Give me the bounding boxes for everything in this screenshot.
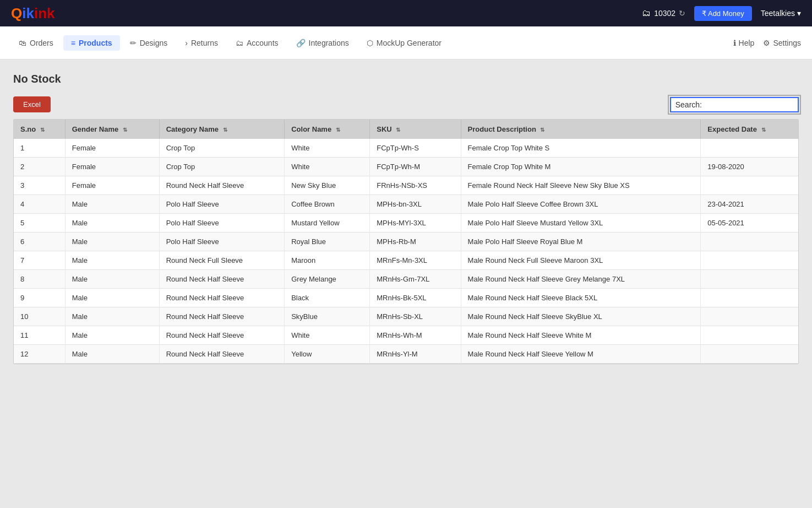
- nav-label-integrations: Integrations: [309, 39, 349, 47]
- cell-6: [701, 270, 798, 289]
- table-body: 1FemaleCrop TopWhiteFCpTp-Wh-SFemale Cro…: [14, 139, 798, 364]
- nav-label-settings: Settings: [773, 39, 801, 47]
- products-icon: ≡: [71, 39, 75, 47]
- cell-0: 1: [14, 139, 65, 158]
- cell-1: Male: [65, 307, 159, 326]
- nav-item-help[interactable]: ℹ Help: [733, 39, 755, 47]
- table-row: 7MaleRound Neck Full SleeveMaroonMRnFs-M…: [14, 251, 798, 270]
- nav-item-settings[interactable]: ⚙ Settings: [763, 39, 801, 47]
- page-title: No Stock: [13, 73, 799, 85]
- cell-6: [701, 326, 798, 345]
- sort-icon-desc: ⇅: [540, 127, 544, 133]
- cell-6: 05-05-2021: [701, 214, 798, 233]
- cell-2: Polo Half Sleeve: [159, 233, 285, 251]
- cell-5: Female Crop Top White M: [461, 158, 701, 176]
- nav-item-returns[interactable]: › Returns: [177, 35, 226, 51]
- cell-5: Male Polo Half Sleeve Mustard Yellow 3XL: [461, 214, 701, 233]
- nav-item-orders[interactable]: 🛍 Orders: [11, 35, 61, 51]
- integrations-icon: 🔗: [296, 39, 306, 47]
- search-input[interactable]: [705, 100, 793, 109]
- cell-1: Male: [65, 270, 159, 289]
- cell-3: Black: [285, 289, 370, 307]
- cell-4: MRnHs-Wh-M: [370, 326, 461, 345]
- table-row: 5MalePolo Half SleeveMustard YellowMPHs-…: [14, 214, 798, 233]
- cell-6: 23-04-2021: [701, 195, 798, 214]
- cell-4: FCpTp-Wh-S: [370, 139, 461, 158]
- cell-0: 11: [14, 326, 65, 345]
- nav-label-orders: Orders: [30, 39, 53, 47]
- cell-0: 8: [14, 270, 65, 289]
- cell-4: FRnHs-NSb-XS: [370, 176, 461, 195]
- logo-q: Q: [11, 5, 22, 21]
- nav-item-accounts[interactable]: 🗂 Accounts: [228, 35, 286, 51]
- table-row: 6MalePolo Half SleeveRoyal BlueMPHs-Rb-M…: [14, 233, 798, 251]
- cell-1: Male: [65, 326, 159, 345]
- table-row: 3FemaleRound Neck Half SleeveNew Sky Blu…: [14, 176, 798, 195]
- nav-right: ℹ Help ⚙ Settings: [733, 39, 801, 47]
- cell-4: MRnHs-Sb-XL: [370, 307, 461, 326]
- excel-button[interactable]: Excel: [13, 96, 51, 112]
- cell-2: Round Neck Half Sleeve: [159, 289, 285, 307]
- cell-4: MRnHs-Gm-7XL: [370, 270, 461, 289]
- cell-3: Maroon: [285, 251, 370, 270]
- cell-6: 19-08-2020: [701, 158, 798, 176]
- cell-5: Male Round Neck Half Sleeve Yellow M: [461, 345, 701, 364]
- nav-label-mockup: MockUp Generator: [377, 39, 442, 47]
- cell-0: 6: [14, 233, 65, 251]
- col-sno[interactable]: S.no ⇅: [14, 120, 65, 139]
- nav-item-integrations[interactable]: 🔗 Integrations: [288, 35, 357, 51]
- col-gender[interactable]: Gender Name ⇅: [65, 120, 159, 139]
- cell-2: Round Neck Half Sleeve: [159, 270, 285, 289]
- top-right: 🗂 10302 ↻ ₹ Add Money Teetalkies ▾: [642, 6, 801, 21]
- cell-6: [701, 307, 798, 326]
- cell-6: [701, 289, 798, 307]
- cell-3: Yellow: [285, 345, 370, 364]
- cell-5: Male Polo Half Sleeve Royal Blue M: [461, 233, 701, 251]
- cell-1: Male: [65, 233, 159, 251]
- col-sku[interactable]: SKU ⇅: [370, 120, 461, 139]
- sort-icon-date: ⇅: [761, 127, 766, 133]
- table-row: 10MaleRound Neck Half SleeveSkyBlueMRnHs…: [14, 307, 798, 326]
- nav-label-designs: Designs: [140, 39, 168, 47]
- cell-3: Coffee Brown: [285, 195, 370, 214]
- cell-3: Royal Blue: [285, 233, 370, 251]
- table-header-row: S.no ⇅ Gender Name ⇅ Category Name ⇅ Col…: [14, 120, 798, 139]
- cell-1: Male: [65, 289, 159, 307]
- cell-3: White: [285, 326, 370, 345]
- table-wrapper: S.no ⇅ Gender Name ⇅ Category Name ⇅ Col…: [13, 119, 799, 364]
- cell-1: Male: [65, 251, 159, 270]
- logo-ik: ik: [22, 5, 34, 21]
- cell-3: New Sky Blue: [285, 176, 370, 195]
- user-name: Teetalkies: [761, 9, 795, 18]
- nav-item-mockup[interactable]: ⬡ MockUp Generator: [359, 35, 449, 51]
- user-dropdown[interactable]: Teetalkies ▾: [761, 9, 801, 18]
- logo-ink: ink: [34, 5, 55, 21]
- col-category[interactable]: Category Name ⇅: [159, 120, 285, 139]
- cell-2: Round Neck Half Sleeve: [159, 326, 285, 345]
- col-description[interactable]: Product Description ⇅: [461, 120, 701, 139]
- content-area: No Stock Excel Search: S.no ⇅ Gender Nam…: [0, 60, 812, 508]
- cell-6: [701, 251, 798, 270]
- cell-1: Male: [65, 195, 159, 214]
- cell-4: MPHs-MYl-3XL: [370, 214, 461, 233]
- nav-item-products[interactable]: ≡ Products: [63, 35, 120, 51]
- cell-2: Polo Half Sleeve: [159, 214, 285, 233]
- cell-5: Male Round Neck Half Sleeve Grey Melange…: [461, 270, 701, 289]
- refresh-icon[interactable]: ↻: [679, 9, 685, 18]
- cell-0: 12: [14, 345, 65, 364]
- no-stock-table: S.no ⇅ Gender Name ⇅ Category Name ⇅ Col…: [14, 120, 798, 364]
- mockup-icon: ⬡: [367, 39, 373, 47]
- col-color[interactable]: Color Name ⇅: [285, 120, 370, 139]
- nav-label-products: Products: [79, 39, 112, 47]
- col-date[interactable]: Expected Date ⇅: [701, 120, 798, 139]
- cell-6: [701, 176, 798, 195]
- orders-icon: 🛍: [19, 39, 26, 47]
- cell-3: White: [285, 139, 370, 158]
- cell-2: Round Neck Half Sleeve: [159, 176, 285, 195]
- sort-icon-color: ⇅: [336, 127, 340, 133]
- cell-5: Male Polo Half Sleeve Coffee Brown 3XL: [461, 195, 701, 214]
- add-money-button[interactable]: ₹ Add Money: [694, 6, 752, 21]
- cell-2: Round Neck Half Sleeve: [159, 307, 285, 326]
- nav-item-designs[interactable]: ✏ Designs: [122, 35, 176, 51]
- balance-amount: 10302: [654, 9, 675, 18]
